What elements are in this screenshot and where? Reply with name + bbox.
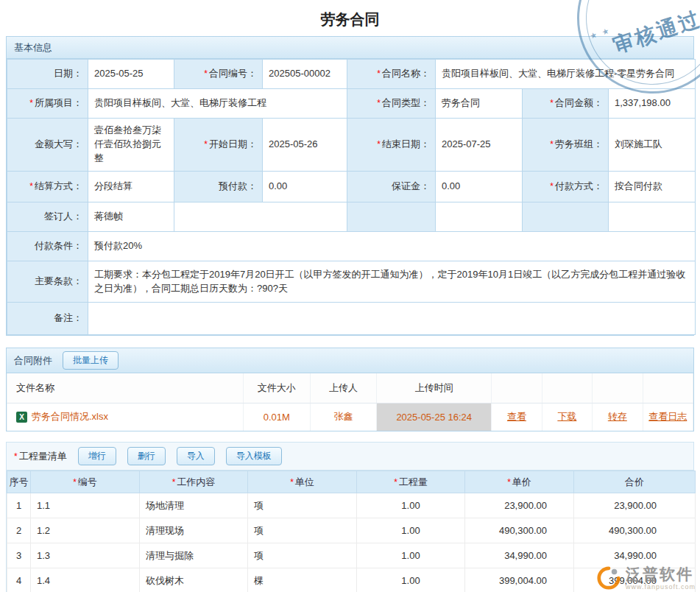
table-header-row: 序号 *编号 *工作内容 *单位 *工程量 *单价 合价: [7, 471, 696, 493]
field-label-payment-method: *付款方式：: [523, 172, 609, 202]
quantity-cell[interactable]: 1.00: [357, 543, 465, 568]
required-marker: *: [377, 139, 381, 149]
quantity-cell[interactable]: 1.00: [357, 518, 465, 543]
add-row-button[interactable]: 增行: [78, 447, 116, 465]
attachment-row: X 劳务合同情况.xlsx 0.01M 张鑫 2025-05-25 16:24 …: [7, 403, 693, 431]
code-cell[interactable]: 1.3: [31, 543, 140, 568]
work-content-cell[interactable]: 砍伐树木: [140, 568, 248, 592]
table-row: 金额大写： 壹佰叁拾叁万柒仟壹佰玖拾捌元整 *开始日期： 2025-05-26 …: [7, 119, 696, 172]
col-header-empty: [643, 373, 693, 403]
quantity-cell[interactable]: 1.00: [357, 568, 465, 592]
work-content-cell[interactable]: 场地清理: [140, 493, 248, 518]
work-content-cell[interactable]: 清理与掘除: [140, 543, 248, 568]
col-header-upload-time: 上传时间: [377, 373, 492, 403]
unit-price-cell[interactable]: 23,900.00: [465, 493, 574, 518]
unit-cell[interactable]: 项: [248, 543, 357, 568]
code-cell[interactable]: 1.1: [31, 493, 140, 518]
required-marker: *: [204, 139, 208, 149]
total-cell: 34,990.00: [574, 543, 696, 568]
empty-cell: [174, 202, 347, 232]
unit-price-cell[interactable]: 399,004.00: [465, 568, 574, 592]
table-row: 日期： 2025-05-25 *合同编号： 202505-00002 *合同名称…: [7, 60, 696, 89]
quantity-cell[interactable]: 1.00: [357, 493, 465, 518]
field-label-payment-terms: 付款条件：: [7, 232, 88, 261]
field-label-signer: 签订人：: [7, 202, 88, 232]
required-marker: *: [290, 477, 294, 487]
download-link[interactable]: 下载: [557, 411, 576, 422]
col-header-empty: [492, 373, 542, 403]
field-label-end-date: *结束日期：: [347, 119, 436, 172]
attachments-title: 合同附件: [14, 354, 52, 367]
file-uploader-cell: 张鑫: [310, 403, 377, 431]
required-marker: *: [172, 477, 176, 487]
work-content-cell[interactable]: 清理现场: [140, 518, 248, 543]
required-marker: *: [550, 98, 554, 108]
col-header-code: *编号: [31, 471, 140, 493]
boq-row: 1 1.1 场地清理 项 1.00 23,900.00 23,900.00: [7, 493, 696, 518]
transfer-link[interactable]: 转存: [608, 411, 627, 422]
attachments-table: 文件名称 文件大小 上传人 上传时间 X 劳务合同情况.xlsx 0.01M: [7, 373, 693, 431]
col-header-empty: [593, 373, 643, 403]
view-link[interactable]: 查看: [507, 411, 526, 422]
boq-section: *工程量清单 增行 删行 导入 导入模板 序号 *编号 *工作内容 *单位 *工…: [6, 442, 694, 592]
total-cell: 490,300.00: [574, 518, 696, 543]
required-marker: *: [29, 181, 33, 191]
boq-row: 4 1.4 砍伐树木 棵 1.00 399,004.00 399,004.00: [7, 568, 696, 592]
col-header-total: 合价: [574, 471, 696, 493]
required-marker: *: [204, 68, 208, 79]
import-button[interactable]: 导入: [177, 447, 215, 465]
table-row: 备注：: [7, 303, 696, 335]
boq-toolbar: *工程量清单 增行 删行 导入 导入模板: [7, 443, 693, 471]
code-cell[interactable]: 1.2: [31, 518, 140, 543]
code-cell[interactable]: 1.4: [31, 568, 140, 592]
unit-cell[interactable]: 项: [248, 518, 357, 543]
field-label-remark: 备注：: [7, 303, 88, 335]
unit-price-cell[interactable]: 490,300.00: [465, 518, 574, 543]
required-marker: *: [14, 451, 18, 462]
field-label-contract-name: *合同名称：: [347, 60, 436, 89]
field-value-contract-name: 贵阳项目样板间、大堂、电梯厅装修工程-零星劳务合同: [436, 60, 696, 89]
field-label-contract-type: *合同类型：: [347, 89, 436, 119]
unit-cell[interactable]: 项: [248, 493, 357, 518]
unit-cell[interactable]: 棵: [248, 568, 357, 592]
col-header-quantity: *工程量: [357, 471, 465, 493]
col-header-work-content: *工作内容: [140, 471, 248, 493]
file-link[interactable]: X 劳务合同情况.xlsx: [16, 410, 108, 423]
attachments-header: 合同附件 批量上传: [7, 348, 693, 373]
required-marker: *: [550, 181, 554, 191]
table-row: *结算方式： 分段结算 预付款： 0.00 保证金： 0.00 *付款方式： 按…: [7, 172, 696, 202]
field-label-deposit: 保证金：: [347, 172, 436, 202]
action-cell: 查看: [492, 403, 542, 431]
field-value-payment-terms: 预付款20%: [88, 232, 696, 261]
required-marker: *: [377, 98, 381, 108]
batch-upload-button[interactable]: 批量上传: [63, 351, 119, 370]
unit-price-cell[interactable]: 34,990.00: [465, 543, 574, 568]
field-value-contract-type: 劳务合同: [436, 89, 523, 119]
seq-cell: 1: [7, 493, 31, 518]
excel-file-icon: X: [16, 412, 27, 423]
col-header-unit: *单位: [248, 471, 357, 493]
seq-cell: 4: [7, 568, 31, 592]
import-template-button[interactable]: 导入模板: [226, 447, 282, 465]
empty-label-cell: [347, 202, 436, 232]
basic-info-section: 基本信息 日期： 2025-05-25 *合同编号： 202505-00002 …: [6, 36, 694, 336]
file-upload-time-cell: 2025-05-25 16:24: [377, 403, 492, 431]
field-value-amount-words: 壹佰叁拾叁万柒仟壹佰玖拾捌元整: [88, 119, 174, 172]
col-header-file-name: 文件名称: [7, 373, 244, 403]
field-value-remark: [88, 303, 696, 335]
file-size-cell: 0.01M: [244, 403, 311, 431]
delete-row-button[interactable]: 删行: [127, 447, 166, 465]
field-value-contract-no: 202505-00002: [263, 60, 347, 89]
field-label-start-date: *开始日期：: [174, 119, 263, 172]
table-row: 签订人： 蒋德帧: [7, 202, 696, 232]
action-cell: 转存: [593, 403, 643, 431]
field-value-main-terms: 工期要求：本分包工程定于2019年7月20日开工（以甲方签发的开工通知为准），定…: [88, 261, 696, 303]
view-log-link[interactable]: 查看日志: [648, 411, 687, 422]
required-marker: *: [507, 477, 511, 487]
basic-info-title: 基本信息: [14, 41, 52, 54]
required-marker: *: [29, 98, 33, 108]
empty-label-cell: [523, 202, 609, 232]
empty-cell: [436, 202, 523, 232]
basic-info-header: 基本信息: [7, 37, 693, 59]
col-header-empty: [542, 373, 592, 403]
